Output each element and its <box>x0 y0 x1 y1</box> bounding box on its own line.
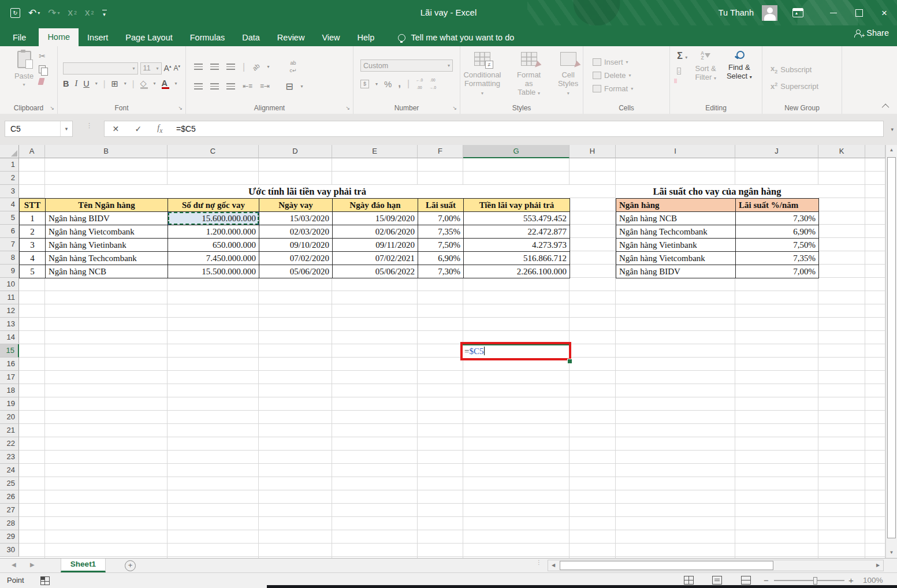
data-cell[interactable]: Ngân hàng Vietinbank <box>46 239 168 252</box>
row-header-12[interactable]: 12 <box>0 304 19 318</box>
data-cell[interactable]: Ngân hàng NCB <box>616 212 736 225</box>
undo-button[interactable]: ↶▾ <box>28 7 40 19</box>
share-button[interactable]: Share <box>854 28 889 38</box>
data-cell[interactable]: Ngân hàng Vietcombank <box>46 225 168 239</box>
expand-formula-bar-icon[interactable]: ▾ <box>891 126 894 132</box>
data-cell[interactable]: Ngân hàng Techcombank <box>616 225 736 239</box>
data-cell[interactable]: 650.000.000 <box>168 239 259 252</box>
row-header-7[interactable]: 7 <box>0 238 19 251</box>
find-select-button[interactable]: Find & Select ▾ <box>724 50 755 83</box>
format-cells-button[interactable]: Format▾ <box>593 83 633 94</box>
referenced-cell-c5[interactable]: 15.600.000.000 <box>168 212 259 225</box>
data-cell[interactable]: 15/09/2020 <box>333 212 418 225</box>
data-cell[interactable]: 07/02/2020 <box>259 252 333 265</box>
tab-formulas[interactable]: Formulas <box>181 29 233 46</box>
data-cell[interactable]: 1.200.000.000 <box>168 225 259 239</box>
insert-function-icon[interactable]: fx <box>157 124 162 135</box>
align-right-icon[interactable] <box>226 83 235 90</box>
data-cell[interactable]: 7,35% <box>418 225 464 239</box>
sheet-nav-right-icon[interactable]: ▶ <box>30 561 35 568</box>
data-cell[interactable]: Ngân hàng Vietcombank <box>616 252 736 265</box>
row-header-17[interactable]: 17 <box>0 371 19 384</box>
header-cell[interactable]: Ngày vay <box>259 199 333 212</box>
column-header-A[interactable]: A <box>19 145 45 158</box>
user-avatar[interactable] <box>762 5 777 21</box>
data-cell[interactable]: 09/11/2020 <box>333 239 418 252</box>
horizontal-scrollbar[interactable]: ◀ ▶ <box>548 560 884 571</box>
sort-filter-button[interactable]: AZ Sort & Filter ▾ <box>692 50 719 84</box>
data-cell[interactable]: 6,90% <box>418 252 464 265</box>
row-header-15[interactable]: 15 <box>0 344 19 358</box>
row-header-25[interactable]: 25 <box>0 477 19 490</box>
tab-page-layout[interactable]: Page Layout <box>117 29 181 46</box>
fill-handle[interactable] <box>567 359 572 364</box>
data-cell[interactable]: Ngân hàng Vietinbank <box>616 239 736 252</box>
number-format-combobox[interactable]: Custom▾ <box>360 59 453 72</box>
data-cell[interactable]: 7,00% <box>418 212 464 225</box>
column-header-partial[interactable] <box>865 145 885 158</box>
data-cell[interactable]: 09/10/2020 <box>259 239 333 252</box>
horizontal-scroll-thumb[interactable] <box>560 561 773 570</box>
cut-icon[interactable]: ✂ <box>39 51 46 61</box>
data-cell[interactable]: 2 <box>20 225 46 239</box>
row-header-30[interactable]: 30 <box>0 544 19 557</box>
formula-input[interactable]: =$C5 <box>170 121 884 137</box>
format-as-table-button[interactable]: Format as Table ▾ <box>510 51 548 99</box>
zoom-out-icon[interactable]: − <box>764 575 769 585</box>
tab-data[interactable]: Data <box>233 29 269 46</box>
selection-handle[interactable] <box>258 212 259 214</box>
minimize-button[interactable] <box>821 0 846 25</box>
zoom-percentage[interactable]: 100% <box>863 576 883 585</box>
tab-bar-splitter[interactable]: ⋮ <box>536 561 542 564</box>
italic-icon[interactable]: I <box>75 79 77 88</box>
increase-indent-icon[interactable]: ≡⇥ <box>260 82 270 90</box>
tell-me-box[interactable]: Tell me what you want to do <box>398 29 514 46</box>
data-cell[interactable]: 4.273.973 <box>464 239 570 252</box>
paste-button[interactable]: Paste ▾ <box>12 50 36 90</box>
borders-icon[interactable]: ⊞ <box>111 79 118 88</box>
column-header-K[interactable]: K <box>818 145 865 158</box>
data-cell[interactable]: Ngân hàng NCB <box>46 265 168 278</box>
cell-styles-button[interactable]: Cell Styles ▾ <box>553 51 583 99</box>
data-cell[interactable]: 7,50% <box>418 239 464 252</box>
vertical-scroll-thumb[interactable] <box>887 157 896 538</box>
row-header-27[interactable]: 27 <box>0 504 19 517</box>
user-name[interactable]: Tu Thanh <box>719 8 754 17</box>
save-icon[interactable]: ↻ <box>10 8 20 18</box>
row-header-29[interactable]: 29 <box>0 530 19 544</box>
comma-style-icon[interactable]: , <box>398 78 401 90</box>
data-cell[interactable]: 02/03/2020 <box>259 225 333 239</box>
data-cell[interactable]: 7,50% <box>736 239 819 252</box>
fill-color-icon[interactable]: ◇ <box>140 79 148 89</box>
row-header-13[interactable]: 13 <box>0 318 19 331</box>
font-color-icon[interactable]: A <box>162 79 169 89</box>
name-box-dropdown-icon[interactable]: ▾ <box>60 121 72 136</box>
data-cell[interactable]: 1 <box>20 212 46 225</box>
row-header-28[interactable]: 28 <box>0 517 19 530</box>
edit-cell-g15[interactable]: =$C5 <box>460 342 571 360</box>
decrease-indent-icon[interactable]: ⇤≡ <box>243 82 252 90</box>
column-header-C[interactable]: C <box>168 145 259 158</box>
enter-formula-icon[interactable]: ✓ <box>135 124 142 133</box>
header-cell[interactable]: Tiền lãi vay phải trả <box>464 199 570 212</box>
sheet-tab-sheet1[interactable]: Sheet1 <box>61 559 106 572</box>
column-header-E[interactable]: E <box>332 145 418 158</box>
row-header-16[interactable]: 16 <box>0 358 19 371</box>
tab-insert[interactable]: Insert <box>79 29 117 46</box>
data-cell[interactable]: 6,90% <box>736 225 819 239</box>
vertical-scrollbar[interactable]: ▲ ▼ <box>885 145 897 558</box>
formula-bar-splitter[interactable]: ⋮ <box>86 124 88 133</box>
tab-review[interactable]: Review <box>269 29 314 46</box>
row-header-19[interactable]: 19 <box>0 397 19 411</box>
header-cell[interactable]: Số dư nợ gốc vay <box>168 199 259 212</box>
header-cell[interactable]: Tên Ngân hàng <box>46 199 168 212</box>
maximize-button[interactable] <box>846 0 872 25</box>
column-header-J[interactable]: J <box>735 145 818 158</box>
zoom-slider-track[interactable] <box>774 580 844 581</box>
subscript-qat-icon[interactable]: x2 <box>68 7 77 18</box>
fill-icon[interactable]: ↓ <box>677 65 687 75</box>
data-cell[interactable]: 07/02/2021 <box>333 252 418 265</box>
row-header-9[interactable]: 9 <box>0 265 19 278</box>
decrease-decimal-icon[interactable]: .00→.0 <box>429 76 436 91</box>
row-header-5[interactable]: 5 <box>0 211 19 225</box>
